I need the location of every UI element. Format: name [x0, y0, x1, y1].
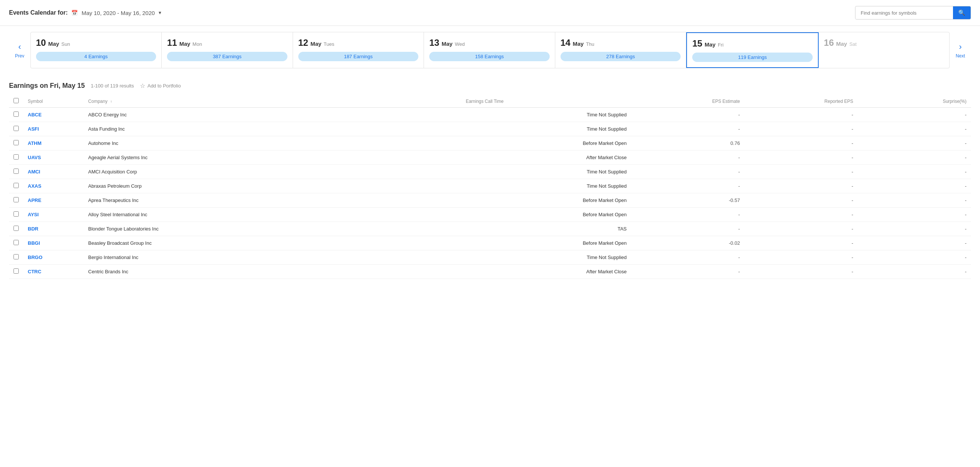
table-row: UAVS Ageagle Aerial Systems Inc After Ma…: [9, 151, 971, 165]
search-input[interactable]: [856, 7, 953, 19]
next-nav[interactable]: › Next: [950, 32, 971, 69]
symbol-link-BDR[interactable]: BDR: [28, 226, 38, 232]
row-symbol-AYSI[interactable]: AYSI: [23, 207, 84, 222]
day-earnings-badge-15: 119 Earnings: [692, 53, 813, 62]
row-call-time-CTRC: After Market Close: [461, 265, 631, 279]
search-icon: 🔍: [958, 10, 966, 16]
row-checkbox-AYSI[interactable]: [14, 211, 19, 217]
row-call-time-AMCI: Time Not Supplied: [461, 165, 631, 179]
symbol-link-ABCE[interactable]: ABCE: [28, 112, 41, 118]
prev-nav[interactable]: ‹ Prev: [9, 32, 30, 69]
row-checkbox-APRE[interactable]: [14, 197, 19, 202]
days-container: 10MaySun4 Earnings11MayMon387 Earnings12…: [30, 32, 950, 69]
row-company-AXAS: Abraxas Petroleum Corp: [84, 179, 461, 193]
row-checkbox-AMCI[interactable]: [14, 169, 19, 174]
row-checkbox-BRGO[interactable]: [14, 254, 19, 260]
row-surprise-BDR: -: [858, 222, 971, 236]
row-symbol-ASFI[interactable]: ASFI: [23, 122, 84, 136]
day-month-14: May: [573, 41, 584, 47]
row-call-time-BBGI: Before Market Open: [461, 236, 631, 250]
row-checkbox-BBGI[interactable]: [14, 240, 19, 245]
symbol-link-AMCI[interactable]: AMCI: [28, 169, 40, 175]
row-symbol-ATHM[interactable]: ATHM: [23, 136, 84, 151]
symbol-link-AXAS[interactable]: AXAS: [28, 183, 41, 189]
day-month-16: May: [836, 41, 847, 47]
table-row: ASFI Asta Funding Inc Time Not Supplied …: [9, 122, 971, 136]
day-col-14[interactable]: 14MayThu278 Earnings: [555, 32, 687, 68]
symbol-link-AYSI[interactable]: AYSI: [28, 212, 39, 217]
row-call-time-UAVS: After Market Close: [461, 151, 631, 165]
calendar-icon: 📅: [71, 10, 78, 16]
row-reported-eps-AMCI: -: [745, 165, 858, 179]
row-symbol-ABCE[interactable]: ABCE: [23, 108, 84, 122]
row-checkbox-cell: [9, 151, 23, 165]
prev-label: Prev: [15, 53, 24, 59]
day-col-13[interactable]: 13MayWed158 Earnings: [424, 32, 555, 68]
table-row: AYSI Alloy Steel International Inc Befor…: [9, 207, 971, 222]
row-company-AYSI: Alloy Steel International Inc: [84, 207, 461, 222]
row-checkbox-ATHM[interactable]: [14, 140, 19, 145]
symbol-link-CTRC[interactable]: CTRC: [28, 269, 41, 274]
row-surprise-AYSI: -: [858, 207, 971, 222]
row-reported-eps-UAVS: -: [745, 151, 858, 165]
row-checkbox-UAVS[interactable]: [14, 154, 19, 159]
row-symbol-AXAS[interactable]: AXAS: [23, 179, 84, 193]
row-checkbox-BDR[interactable]: [14, 226, 19, 231]
select-all-checkbox[interactable]: [14, 98, 19, 103]
row-surprise-ATHM: -: [858, 136, 971, 151]
row-eps-estimate-AMCI: -: [631, 165, 745, 179]
symbol-link-ASFI[interactable]: ASFI: [28, 126, 39, 132]
day-month-15: May: [705, 41, 716, 48]
row-eps-estimate-APRE: -0.57: [631, 193, 745, 207]
row-checkbox-cell: [9, 207, 23, 222]
events-label-text: Events Calendar for:: [9, 10, 68, 16]
row-company-CTRC: Centric Brands Inc: [84, 265, 461, 279]
row-surprise-BRGO: -: [858, 250, 971, 265]
day-col-10[interactable]: 10MaySun4 Earnings: [31, 32, 162, 68]
day-col-15[interactable]: 15MayFri119 Earnings: [686, 32, 819, 68]
col-header-company[interactable]: Company ↑: [84, 95, 461, 108]
day-earnings-badge-13: 158 Earnings: [429, 52, 550, 61]
search-button[interactable]: 🔍: [953, 6, 970, 19]
table-row: AXAS Abraxas Petroleum Corp Time Not Sup…: [9, 179, 971, 193]
day-earnings-badge-10: 4 Earnings: [36, 52, 156, 61]
row-reported-eps-APRE: -: [745, 193, 858, 207]
row-checkbox-cell: [9, 193, 23, 207]
symbol-link-BBGI[interactable]: BBGI: [28, 240, 40, 246]
row-symbol-APRE[interactable]: APRE: [23, 193, 84, 207]
row-symbol-CTRC[interactable]: CTRC: [23, 265, 84, 279]
symbol-link-BRGO[interactable]: BRGO: [28, 255, 42, 260]
row-checkbox-ABCE[interactable]: [14, 112, 19, 117]
row-eps-estimate-UAVS: -: [631, 151, 745, 165]
col-header-symbol: Symbol: [23, 95, 84, 108]
symbol-link-UAVS[interactable]: UAVS: [28, 155, 41, 160]
row-checkbox-CTRC[interactable]: [14, 268, 19, 274]
dropdown-arrow-icon[interactable]: ▾: [159, 10, 161, 15]
row-symbol-UAVS[interactable]: UAVS: [23, 151, 84, 165]
row-company-BDR: Blonder Tongue Laboratories Inc: [84, 222, 461, 236]
col-header-reported-eps: Reported EPS: [745, 95, 858, 108]
add-portfolio-btn[interactable]: ☆ Add to Portfolio: [140, 82, 181, 89]
row-checkbox-ASFI[interactable]: [14, 126, 19, 131]
row-symbol-BRGO[interactable]: BRGO: [23, 250, 84, 265]
row-checkbox-cell: [9, 250, 23, 265]
symbol-link-APRE[interactable]: APRE: [28, 198, 41, 203]
row-reported-eps-BDR: -: [745, 222, 858, 236]
row-symbol-BBGI[interactable]: BBGI: [23, 236, 84, 250]
day-weekday-12: Tues: [324, 41, 334, 47]
day-earnings-badge-11: 387 Earnings: [167, 52, 287, 61]
row-checkbox-cell: [9, 265, 23, 279]
day-col-12[interactable]: 12MayTues187 Earnings: [293, 32, 424, 68]
symbol-link-ATHM[interactable]: ATHM: [28, 140, 41, 146]
day-num-11: 11: [167, 38, 177, 48]
calendar-nav: ‹ Prev 10MaySun4 Earnings11MayMon387 Ear…: [0, 26, 980, 74]
row-checkbox-AXAS[interactable]: [14, 183, 19, 188]
row-surprise-ASFI: -: [858, 122, 971, 136]
prev-arrow-icon: ‹: [18, 42, 21, 52]
row-symbol-BDR[interactable]: BDR: [23, 222, 84, 236]
day-earnings-badge-12: 187 Earnings: [298, 52, 419, 61]
day-col-11[interactable]: 11MayMon387 Earnings: [162, 32, 293, 68]
row-symbol-AMCI[interactable]: AMCI: [23, 165, 84, 179]
day-num-13: 13: [429, 38, 439, 48]
day-weekday-15: Fri: [718, 42, 723, 48]
